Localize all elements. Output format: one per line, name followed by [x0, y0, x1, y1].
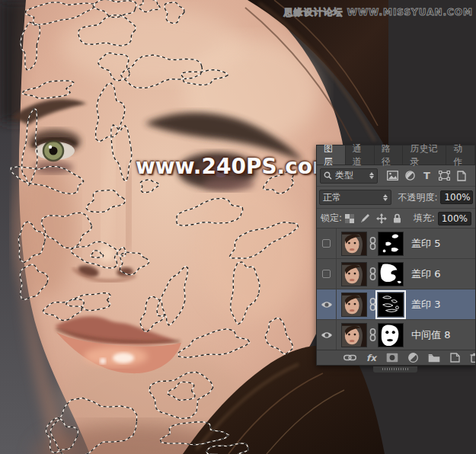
stepper-icon [366, 172, 374, 179]
layer-thumbnail[interactable] [341, 262, 367, 286]
filter-type-layers-icon[interactable]: T [422, 171, 432, 181]
filter-pixel-layers-icon[interactable] [387, 171, 398, 181]
layer-name[interactable]: 盖印 6 [411, 267, 440, 281]
blend-mode-select[interactable]: 正常 [319, 190, 391, 205]
filter-adjustment-layers-icon[interactable] [405, 171, 415, 181]
stepper-icon [380, 194, 388, 201]
layer-row[interactable]: 盖印 6 [317, 259, 475, 289]
new-layer-icon[interactable] [450, 353, 460, 363]
panel-tab-bar: 图层 通道 路径 历史记录 动作 [317, 145, 475, 165]
hidden-layer-box-icon [322, 270, 331, 278]
opacity-value[interactable]: 100% [440, 190, 473, 204]
blend-row: 正常 不透明度: 100% [317, 187, 475, 209]
layers-panel: 图层 通道 路径 历史记录 动作 类型 [316, 145, 476, 366]
eye-icon [321, 331, 333, 339]
lock-all-icon[interactable] [393, 213, 401, 223]
layer-thumbnail[interactable] [341, 232, 367, 256]
search-icon [324, 171, 332, 180]
layer-row[interactable]: 中间值 8 [317, 320, 475, 350]
tab-paths[interactable]: 路径 [375, 145, 404, 165]
filter-kind-label: 类型 [335, 169, 353, 182]
tab-layers[interactable]: 图层 [317, 145, 346, 165]
new-group-icon[interactable] [428, 353, 440, 363]
layer-thumbnail[interactable] [341, 293, 367, 317]
layer-thumbnail[interactable] [341, 323, 367, 347]
eye-icon [321, 301, 333, 309]
filter-kind-select[interactable]: 类型 [320, 168, 378, 184]
filter-smart-objects-icon[interactable] [457, 171, 466, 181]
mask-link-icon [368, 237, 377, 250]
filter-row: 类型 T [317, 165, 475, 187]
layer-row[interactable]: 盖印 5 [317, 229, 475, 259]
photoshop-workspace: 思缘设计论坛 WWW.MISSYUAN.COM www.240PS.com 图层… [0, 0, 476, 454]
layer-name[interactable]: 中间值 8 [411, 328, 450, 342]
center-watermark: www.240PS.com [136, 154, 334, 179]
layer-mask-thumbnail[interactable] [378, 232, 404, 256]
layer-mask-thumbnail[interactable] [378, 323, 404, 347]
panel-resize-gripper[interactable] [373, 366, 417, 372]
fill-value[interactable]: 100% [438, 212, 471, 225]
layer-row-selected[interactable]: 盖印 3 [317, 289, 475, 320]
lock-row: 锁定: 填充: [317, 209, 475, 229]
tab-history[interactable]: 历史记录 [403, 145, 446, 165]
tab-channels[interactable]: 通道 [346, 145, 375, 165]
visibility-toggle[interactable] [317, 229, 337, 258]
svg-text:T: T [423, 171, 430, 181]
delete-layer-icon[interactable] [470, 353, 475, 363]
hidden-layer-box-icon [322, 239, 331, 248]
add-layer-mask-icon[interactable] [386, 353, 398, 363]
mask-link-icon [368, 328, 377, 341]
lock-pixels-icon[interactable] [360, 213, 370, 223]
opacity-label: 不透明度: [398, 191, 437, 204]
lock-transparency-icon[interactable] [345, 214, 354, 223]
panel-bottom-bar: fx [317, 350, 475, 365]
mask-link-icon [368, 267, 377, 280]
new-adjustment-layer-icon[interactable] [408, 353, 418, 363]
lock-position-icon[interactable] [376, 213, 387, 224]
visibility-toggle[interactable] [317, 320, 337, 350]
visibility-toggle[interactable] [317, 289, 337, 319]
blend-mode-value: 正常 [323, 191, 341, 204]
layer-list: 盖印 5 盖印 6 [317, 229, 475, 350]
tab-actions[interactable]: 动作 [446, 145, 475, 165]
layer-mask-thumbnail[interactable] [378, 262, 404, 286]
visibility-toggle[interactable] [317, 259, 337, 289]
link-layers-icon[interactable] [343, 354, 356, 361]
site-watermark: 思缘设计论坛 WWW.MISSYUAN.COM [283, 6, 473, 19]
layer-mask-thumbnail-selected[interactable] [378, 293, 404, 317]
lock-label: 锁定: [321, 212, 342, 225]
filter-shape-layers-icon[interactable] [439, 171, 450, 181]
fill-label: 填充: [414, 212, 435, 225]
layer-name[interactable]: 盖印 3 [411, 298, 440, 312]
layer-name[interactable]: 盖印 5 [411, 237, 440, 251]
layer-effects-icon[interactable]: fx [366, 353, 376, 363]
